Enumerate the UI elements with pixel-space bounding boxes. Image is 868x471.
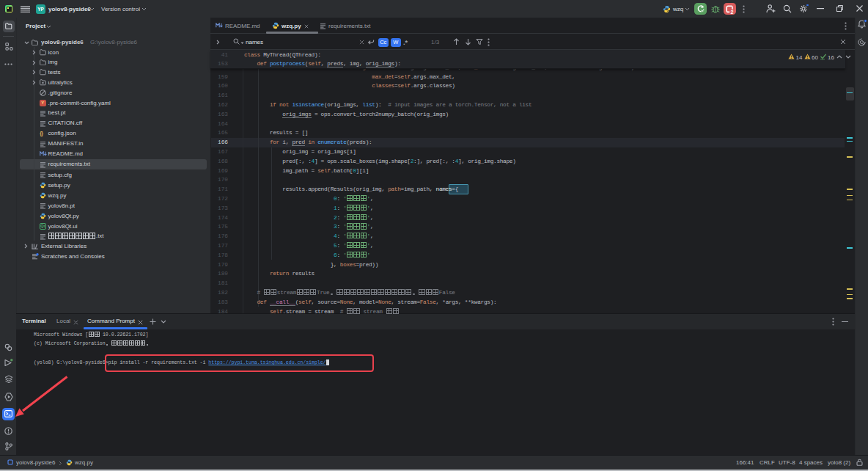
svg-text:2: 2 [730, 10, 733, 14]
